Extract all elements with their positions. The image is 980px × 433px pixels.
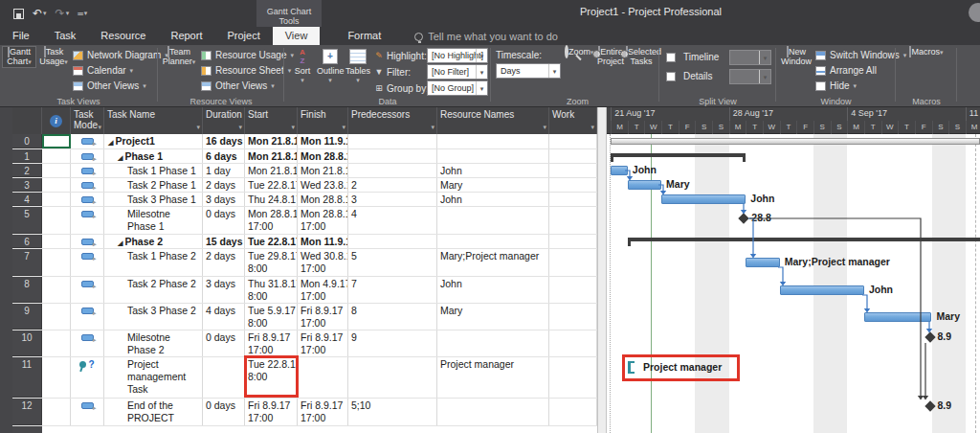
cell-num[interactable]: 6 <box>12 235 42 248</box>
summary-bar[interactable] <box>611 153 746 157</box>
cell-pred[interactable] <box>348 235 437 248</box>
cell-name[interactable]: Task 2 Phase 2 <box>104 277 203 303</box>
cell-start[interactable]: Tue 5.9.178:00 <box>245 304 298 330</box>
zoom-button[interactable]: Zoom▾ <box>565 47 593 57</box>
cell-start[interactable]: Mon 21.8.1 <box>245 134 298 148</box>
cell-num[interactable]: 2 <box>12 164 42 177</box>
timeline-checkbox[interactable]: Timeline <box>666 50 727 64</box>
cell-work[interactable] <box>549 207 597 234</box>
cell-finish[interactable]: Wed 23.8.17 <box>298 178 348 192</box>
details-view-select[interactable]: ▾ <box>729 69 771 84</box>
cell-start[interactable]: Thu 31.8.178:00 <box>245 277 298 303</box>
cell-res[interactable] <box>437 134 549 148</box>
cell-start[interactable]: Tue 22.8.17 8 <box>245 235 298 248</box>
cell-finish[interactable]: Mon 4.9.1717:00 <box>298 277 348 303</box>
cell-info[interactable] <box>42 249 71 276</box>
cell-mode[interactable] <box>71 249 104 276</box>
cell-start[interactable]: Tue 22.8.17 8 <box>245 178 298 192</box>
column-header-pred[interactable]: Predecessors▾ <box>348 107 437 134</box>
cell-num[interactable]: 12 <box>12 399 42 425</box>
tab-file[interactable]: File <box>0 27 42 45</box>
cell-res[interactable]: John <box>437 164 549 177</box>
customize-qat-button[interactable]: ═▾ <box>78 10 87 18</box>
cell-info[interactable] <box>42 330 71 356</box>
cell-work[interactable] <box>549 330 597 356</box>
cell-res[interactable] <box>437 235 549 248</box>
cell-info[interactable] <box>42 207 71 234</box>
column-header-mode[interactable]: Task Mode▾ <box>71 107 104 134</box>
filter-select[interactable]: [No Filter]▾ <box>427 64 488 80</box>
cell-pred[interactable] <box>348 164 437 177</box>
cell-start[interactable]: Thu 24.8.17 8 <box>245 193 298 206</box>
cell-finish[interactable]: Fri 8.9.1717:00 <box>298 304 348 330</box>
cell-pred[interactable]: 9 <box>348 330 437 356</box>
new-window-button[interactable]: New Window <box>780 47 813 66</box>
tab-view[interactable]: View <box>273 27 321 45</box>
cell-work[interactable] <box>549 399 597 425</box>
cell-res[interactable]: Mary <box>437 304 549 330</box>
other-views-button[interactable]: Other Views▾ <box>73 79 157 93</box>
cell-num[interactable]: 11 <box>12 357 42 398</box>
cell-pred[interactable] <box>348 149 437 163</box>
cell-work[interactable] <box>549 193 597 206</box>
cell-mode[interactable] <box>71 235 104 248</box>
cell-name[interactable]: Task 1 Phase 1 <box>104 164 203 177</box>
cell-res[interactable]: Mary <box>437 178 549 192</box>
cell-duration[interactable]: 2 days <box>203 178 245 192</box>
cell-info[interactable] <box>42 149 71 163</box>
cell-mode[interactable] <box>71 399 104 425</box>
cell-pred[interactable]: 7 <box>348 277 437 303</box>
cell-info[interactable] <box>42 399 71 425</box>
cell-mode[interactable] <box>71 164 104 177</box>
cell-finish[interactable] <box>298 357 348 398</box>
team-planner-button[interactable]: Team Planner▾ <box>161 47 197 67</box>
resource-sheet-button[interactable]: Resource Sheet▾ <box>201 63 283 78</box>
macros-button[interactable]: Macros▾ <box>909 47 944 57</box>
gantt-chart-button[interactable]: Gantt Chart▾ <box>3 47 35 67</box>
cell-work[interactable] <box>549 178 597 192</box>
gantt-chart-pane[interactable]: 21 Aug '1728 Aug '174 Sep '1711 SSMTWTFS… <box>607 107 980 433</box>
cell-finish[interactable]: Mon 28.8.17 <box>298 149 348 163</box>
cell-name[interactable]: End of thePROJECT <box>104 399 203 425</box>
cell-start[interactable]: Mon 21.8.17 <box>245 149 298 163</box>
task-bar[interactable] <box>661 194 746 204</box>
task-bar[interactable] <box>628 180 661 190</box>
cell-duration[interactable]: 6 days <box>203 149 245 163</box>
cell-duration[interactable] <box>203 357 245 398</box>
cell-pred[interactable]: 4 <box>348 207 437 234</box>
cell-num[interactable]: 3 <box>12 178 42 192</box>
cell-finish[interactable]: Fri 8.9.1717:00 <box>298 330 348 356</box>
save-button[interactable] <box>13 9 24 19</box>
milestone-diamond[interactable] <box>739 213 749 223</box>
cell-name[interactable]: MilesotnePhase 1 <box>104 207 203 234</box>
cell-mode[interactable] <box>71 304 104 330</box>
cell-num[interactable]: 8 <box>12 277 42 303</box>
cell-pred[interactable]: 2 <box>348 178 437 192</box>
cell-info[interactable] <box>42 277 71 303</box>
cell-name[interactable]: ◢Phase 1 <box>104 149 203 163</box>
cell-res[interactable] <box>437 330 549 356</box>
calendar-button[interactable]: Calendar▾ <box>73 63 157 78</box>
cell-res[interactable] <box>437 207 549 234</box>
hide-button[interactable]: Hide▾ <box>815 79 894 93</box>
expand-triangle-icon[interactable]: ◢ <box>118 154 122 161</box>
cell-start[interactable]: Mon 21.8.17 <box>245 164 298 177</box>
cell-finish[interactable]: Mon 28.8.1717:00 <box>298 207 348 234</box>
tab-format[interactable]: Format <box>335 27 393 45</box>
project-summary-bar[interactable] <box>611 138 980 145</box>
cell-pred[interactable] <box>348 357 437 398</box>
cell-num[interactable]: 1 <box>12 149 42 163</box>
summary-bar[interactable] <box>628 238 980 241</box>
expand-triangle-icon[interactable]: ◢ <box>108 139 113 146</box>
network-diagram-button[interactable]: Network Diagram▾ <box>73 48 157 62</box>
cell-mode[interactable] <box>71 178 104 192</box>
cell-finish[interactable]: Mon 21.8.17 <box>298 164 348 177</box>
outline-button[interactable]: +Outline▾ <box>317 47 344 85</box>
cell-mode[interactable] <box>71 207 104 234</box>
cell-mode[interactable] <box>71 149 104 163</box>
highlight-select[interactable]: [No Highlight]▾ <box>427 48 488 63</box>
cell-duration[interactable]: 2 days <box>203 249 245 276</box>
selected-tasks-button[interactable]: Selected Tasks <box>626 47 657 66</box>
cell-res[interactable] <box>437 149 549 163</box>
cell-finish[interactable]: Mon 11.9.17 <box>298 235 348 248</box>
